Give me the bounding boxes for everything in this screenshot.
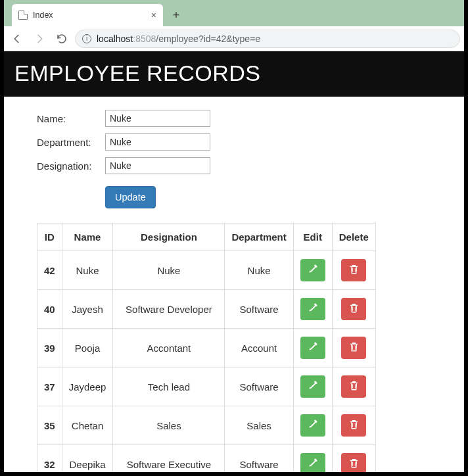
omnibox[interactable]: i localhost:8508/employee?id=42&type=e bbox=[75, 30, 460, 48]
cell-department: Software bbox=[225, 445, 293, 473]
pencil-icon bbox=[308, 458, 317, 470]
col-edit: Edit bbox=[293, 224, 332, 251]
trash-icon bbox=[349, 381, 359, 393]
col-delete: Delete bbox=[332, 224, 375, 251]
cell-name: Jaydeep bbox=[62, 368, 113, 406]
trash-icon bbox=[349, 419, 359, 431]
site-info-icon[interactable]: i bbox=[82, 34, 91, 43]
cell-id: 42 bbox=[37, 251, 62, 290]
cell-delete bbox=[332, 290, 375, 329]
cell-delete bbox=[332, 368, 375, 406]
close-icon[interactable]: × bbox=[151, 11, 156, 20]
cell-name: Deepika bbox=[62, 445, 113, 473]
table-row: 40JayeshSoftware DeveloperSoftware bbox=[37, 290, 376, 329]
edit-button[interactable] bbox=[300, 453, 325, 472]
reload-button[interactable] bbox=[53, 30, 71, 48]
trash-icon bbox=[349, 264, 359, 276]
cell-edit bbox=[293, 368, 332, 406]
cell-designation: Nuke bbox=[113, 251, 225, 290]
cell-name: Chetan bbox=[62, 406, 113, 445]
forward-button[interactable] bbox=[30, 30, 49, 48]
browser-tab[interactable]: Index × bbox=[12, 4, 163, 26]
name-label: Name: bbox=[37, 113, 105, 124]
edit-button[interactable] bbox=[300, 259, 325, 281]
pencil-icon bbox=[308, 381, 317, 393]
name-input[interactable] bbox=[105, 110, 210, 127]
address-bar: i localhost:8508/employee?id=42&type=e bbox=[4, 26, 464, 51]
cell-delete bbox=[332, 329, 375, 368]
cell-designation: Accontant bbox=[113, 329, 225, 368]
edit-button[interactable] bbox=[300, 337, 325, 359]
cell-delete bbox=[332, 445, 375, 473]
table-header-row: ID Name Designation Department Edit Dele… bbox=[37, 224, 376, 251]
cell-designation: Software Developer bbox=[113, 290, 225, 329]
cell-id: 39 bbox=[37, 329, 62, 368]
page-content: EMPLOYEE RECORDS Name: Department: Desig… bbox=[4, 51, 464, 472]
new-tab-button[interactable]: + bbox=[167, 6, 185, 24]
tab-title: Index bbox=[33, 11, 146, 20]
edit-button[interactable] bbox=[300, 375, 325, 398]
designation-label: Designation: bbox=[37, 160, 105, 172]
trash-icon bbox=[349, 342, 359, 354]
cell-designation: Sales bbox=[113, 406, 225, 445]
cell-department: Software bbox=[225, 368, 293, 406]
col-department: Department bbox=[225, 224, 293, 251]
delete-button[interactable] bbox=[341, 298, 366, 320]
cell-department: Sales bbox=[225, 406, 293, 445]
browser-tab-bar: Index × + bbox=[4, 0, 464, 26]
delete-button[interactable] bbox=[341, 337, 366, 359]
cell-name: Pooja bbox=[62, 329, 113, 368]
pencil-icon bbox=[308, 342, 317, 354]
cell-delete bbox=[332, 406, 375, 445]
department-input[interactable] bbox=[105, 133, 210, 151]
cell-id: 35 bbox=[37, 406, 62, 445]
trash-icon bbox=[349, 303, 359, 315]
department-label: Department: bbox=[37, 137, 105, 148]
cell-name: Jayesh bbox=[62, 290, 113, 329]
cell-department: Nuke bbox=[225, 251, 293, 290]
edit-button[interactable] bbox=[300, 414, 325, 437]
cell-department: Account bbox=[225, 329, 293, 368]
pencil-icon bbox=[308, 264, 317, 276]
delete-button[interactable] bbox=[341, 414, 366, 437]
cell-department: Software bbox=[225, 290, 293, 329]
cell-designation: Tech lead bbox=[113, 368, 225, 406]
employee-table: ID Name Designation Department Edit Dele… bbox=[37, 223, 376, 472]
cell-designation: Software Executive bbox=[113, 445, 225, 473]
table-row: 35ChetanSalesSales bbox=[37, 406, 376, 445]
table-row: 32DeepikaSoftware ExecutiveSoftware bbox=[37, 445, 376, 473]
table-row: 42NukeNukeNuke bbox=[37, 251, 376, 290]
pencil-icon bbox=[308, 303, 317, 315]
pencil-icon bbox=[308, 419, 317, 431]
col-designation: Designation bbox=[113, 224, 225, 251]
trash-icon bbox=[349, 458, 359, 470]
designation-input[interactable] bbox=[105, 157, 210, 174]
page-title: EMPLOYEE RECORDS bbox=[14, 60, 454, 86]
edit-button[interactable] bbox=[300, 298, 325, 320]
table-row: 39PoojaAccontantAccount bbox=[37, 329, 376, 368]
delete-button[interactable] bbox=[341, 259, 366, 281]
page-header: EMPLOYEE RECORDS bbox=[4, 51, 464, 97]
cell-edit bbox=[293, 251, 332, 290]
delete-button[interactable] bbox=[341, 375, 366, 398]
table-row: 37JaydeepTech leadSoftware bbox=[37, 368, 376, 406]
cell-delete bbox=[332, 251, 375, 290]
cell-edit bbox=[293, 329, 332, 368]
cell-edit bbox=[293, 445, 332, 473]
cell-edit bbox=[293, 406, 332, 445]
cell-id: 32 bbox=[37, 445, 62, 473]
url-text: localhost:8508/employee?id=42&type=e bbox=[97, 34, 260, 44]
delete-button[interactable] bbox=[341, 453, 366, 472]
cell-id: 37 bbox=[37, 368, 62, 406]
update-button[interactable]: Update bbox=[105, 186, 156, 208]
col-id: ID bbox=[37, 224, 62, 251]
cell-name: Nuke bbox=[62, 251, 113, 290]
cell-id: 40 bbox=[37, 290, 62, 329]
back-button[interactable] bbox=[8, 30, 26, 48]
col-name: Name bbox=[62, 224, 113, 251]
cell-edit bbox=[293, 290, 332, 329]
document-icon bbox=[18, 11, 28, 20]
